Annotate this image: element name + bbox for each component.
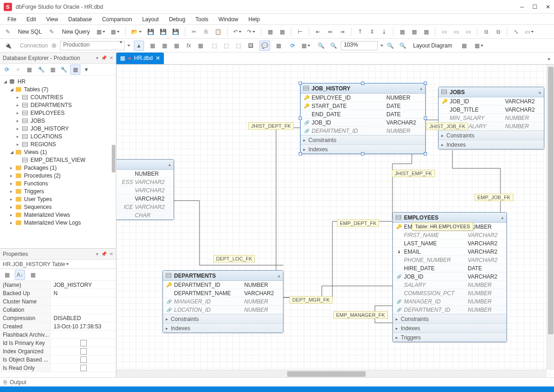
menu-debug[interactable]: Debug (164, 15, 190, 24)
column-row[interactable]: LAST_NAMEVARCHAR2 (393, 239, 506, 248)
tree-table-employees[interactable]: ▸EMPLOYEES (0, 109, 116, 117)
entity-section[interactable]: ▸Indexes (439, 140, 544, 149)
prop-row[interactable]: Index Organized (0, 347, 116, 356)
collapse-icon[interactable]: ▴ (169, 162, 171, 167)
refresh-icon[interactable]: ⟳ (288, 41, 298, 51)
new-sql-button[interactable]: New SQL (15, 27, 45, 37)
tree-table-countries[interactable]: ▸COUNTRIES (0, 93, 116, 101)
entity-section[interactable]: ▸Triggers (393, 333, 506, 342)
output-label[interactable]: Output (10, 379, 26, 386)
fk-label[interactable]: DEPT_LOC_FK (213, 255, 255, 262)
column-row[interactable]: 🔑JOB_IDVARCHAR2 (439, 97, 544, 106)
column-row[interactable]: HIRE_DATEDATE (393, 264, 506, 273)
prop-row[interactable]: Id Is Primary Key (0, 339, 116, 347)
align-bottom-icon[interactable]: ⤓ (379, 27, 389, 37)
menu-view[interactable]: View (42, 15, 63, 24)
distribute-icon[interactable]: ▦ (397, 27, 407, 37)
column-row[interactable]: 🔑START_DATEDATE (301, 102, 425, 110)
entity-section[interactable]: ▸Constraints (439, 131, 544, 140)
entity-jobs[interactable]: JOBS▴ 🔑JOB_IDVARCHAR2JOB_TITLEVARCHAR2MI… (438, 87, 544, 149)
menu-tools[interactable]: Tools (191, 15, 213, 24)
tree-folder-materialized[interactable]: ▸Materialized Views (0, 211, 116, 219)
entity-section[interactable]: ▸Constraints (393, 314, 506, 323)
column-row[interactable]: 🔑DEPARTMENT_IDNUMBER (163, 281, 283, 289)
align-right-icon[interactable]: ⇥ (337, 27, 347, 37)
properties-object[interactable]: HR.JOB_HISTORY Table (0, 260, 116, 269)
column-row[interactable]: JOB_TITLEVARCHAR2 (439, 106, 544, 114)
menu-comparison[interactable]: Comparison (97, 15, 137, 24)
tree-table-jobs[interactable]: ▸JOBS (0, 117, 116, 125)
properties-grid[interactable]: (Name)JOB_HISTORYBacked UpNCluster NameC… (0, 281, 116, 377)
new-sql-icon[interactable]: ✎ (3, 27, 13, 37)
column-row[interactable]: 🔑EMPLOYEE_IDNUMBER (301, 94, 425, 102)
column-row[interactable]: DEPARTMENT_NAMEVARCHAR2 (163, 289, 283, 297)
pin-icon[interactable]: 📌 (101, 251, 107, 256)
prop-row[interactable]: Cluster Name (0, 297, 116, 306)
prop-row[interactable]: Created13-Oct-10 17:38:53 (0, 322, 116, 331)
tree-table-job_history[interactable]: ▸JOB_HISTORY (0, 125, 116, 132)
entity-section[interactable]: ▸Constraints (301, 135, 425, 144)
pin-icon[interactable]: 📌 (101, 55, 107, 60)
undo-icon[interactable]: ↶ (231, 27, 243, 37)
connection-icon[interactable]: 🔌 (3, 41, 13, 51)
column-row[interactable]: NUMBER (116, 170, 174, 178)
layout-diagram-button[interactable]: Layout Diagram (410, 41, 456, 51)
database-tree[interactable]: ◢HR◢Tables (7)▸COUNTRIES▸DEPARTMENTS▸EMP… (0, 76, 116, 248)
diagram-canvas[interactable]: ▴ NUMBERESSVARCHAR2VARCHAR2VARCHAR2ICEVA… (116, 65, 554, 377)
tool-icon[interactable]: ▦ (48, 65, 58, 75)
tree-view-emp_details_view[interactable]: EMP_DETAILS_VIEW (0, 156, 116, 164)
fk-label[interactable]: JHIST_EMP_FK (392, 170, 435, 177)
window-position-icon[interactable]: ▾ (96, 251, 98, 256)
distribute-icon[interactable]: ▦ (421, 27, 431, 37)
tree-folder-procedures[interactable]: ▸Procedures (2) (0, 172, 116, 179)
prop-row[interactable]: Flashback Archiv... (0, 331, 116, 339)
menu-database[interactable]: Database (64, 15, 96, 24)
vertical-scrollbar[interactable] (547, 65, 554, 370)
note-icon[interactable]: 💬 (259, 41, 270, 51)
horizontal-scrollbar[interactable] (116, 370, 547, 377)
prop-row[interactable]: Backed UpN (0, 289, 116, 297)
connect-icon[interactable]: ⤡ (511, 27, 521, 37)
tool-icon[interactable]: ▦ (274, 41, 284, 51)
column-row[interactable]: FIRST_NAMEVARCHAR2 (393, 231, 506, 239)
prop-row[interactable]: CompressionDISABLED (0, 314, 116, 322)
save-icon[interactable]: 💾 (145, 27, 156, 37)
column-row[interactable]: MIN_SALARYNUMBER (439, 114, 544, 122)
new-query-icon[interactable]: ✎ (47, 27, 57, 37)
connection-select[interactable]: Production (60, 41, 125, 50)
fk-label[interactable]: JHIST_DEPT_FK (248, 122, 294, 130)
distribute-icon[interactable]: ▦ (409, 27, 419, 37)
new-query-button[interactable]: New Query (59, 27, 93, 37)
zoom-select[interactable]: 103% (341, 41, 378, 50)
entity-partial[interactable]: ▴ NUMBERESSVARCHAR2VARCHAR2VARCHAR2ICEVA… (116, 159, 174, 220)
align-icon[interactable]: ⊢ (295, 27, 305, 37)
sort-icon[interactable]: A↓ (15, 270, 25, 280)
tool-icon[interactable]: 🔧 (59, 65, 69, 75)
entity-section[interactable]: ▸Indexes (393, 323, 506, 333)
tool-icon[interactable]: 🔧 (36, 65, 47, 75)
close-button[interactable]: ✕ (546, 4, 550, 10)
window-position-icon[interactable]: ▾ (96, 55, 98, 60)
entity-departments[interactable]: DEPARTMENTS▴ 🔑DEPARTMENT_IDNUMBERDEPARTM… (163, 270, 283, 333)
table-icon[interactable]: ▦ (148, 41, 158, 51)
prop-row[interactable]: Collation (0, 306, 116, 314)
refresh-icon[interactable]: ⟳ (2, 65, 12, 75)
tool-icon[interactable]: ▦ (277, 27, 287, 37)
column-row[interactable]: 🔗LOCATION_IDNUMBER (163, 306, 283, 314)
categorize-icon[interactable]: ▦ (2, 270, 12, 280)
collapse-icon[interactable]: ▴ (278, 273, 280, 278)
tool-icon[interactable]: ▦ (28, 270, 38, 280)
window-icon[interactable]: ▭ (523, 27, 536, 37)
entity-section[interactable]: ▸Indexes (163, 323, 283, 333)
align-middle-icon[interactable]: ⇕ (367, 27, 377, 37)
tree-folder-materialized[interactable]: ▸Materialized View Logs (0, 219, 116, 226)
fk-label[interactable]: EMP_MANAGER_FK (333, 311, 388, 319)
menu-edit[interactable]: Edit (22, 15, 41, 24)
export-icon[interactable]: ▦ (473, 41, 485, 51)
pointer-icon[interactable]: ▲ (134, 41, 144, 51)
tab-hr-dbd[interactable]: ▦ ● HR.dbd ✕ (116, 53, 164, 64)
fk-label[interactable]: JHIST_JOB_FK (427, 123, 468, 130)
scrollbar-thumb[interactable] (112, 145, 115, 172)
paste-icon[interactable]: 📋 (213, 27, 223, 37)
menu-file[interactable]: File (3, 15, 21, 24)
